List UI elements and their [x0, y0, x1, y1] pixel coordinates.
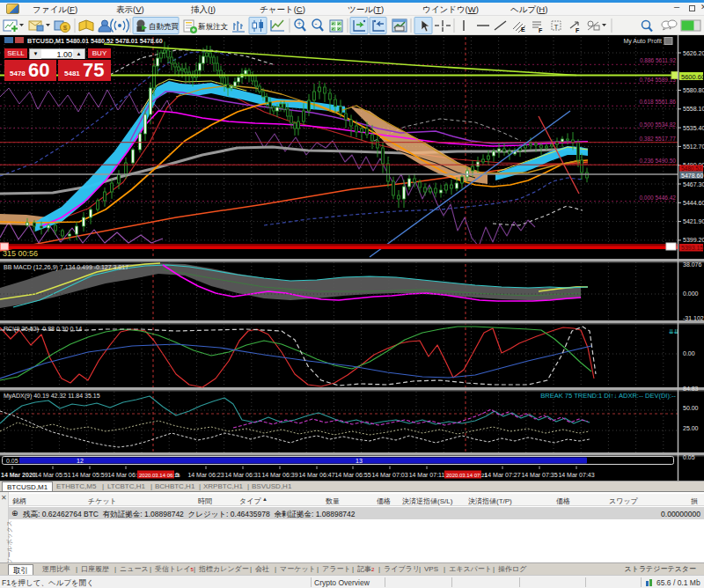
svg-text:5512.70: 5512.70 — [683, 143, 704, 150]
svg-text:13: 13 — [356, 458, 363, 464]
svg-text:14 Mar 06:39: 14 Mar 06:39 — [261, 472, 297, 478]
svg-text:50.00: 50.00 — [683, 405, 699, 411]
svg-text:5399.20: 5399.20 — [683, 237, 704, 243]
svg-text:5535.40: 5535.40 — [683, 125, 704, 131]
svg-text:F: F — [576, 26, 580, 33]
svg-text:BTCUSD,M1 5480.01 5480.52 5478: BTCUSD,M1 5480.01 5480.52 5478.01 5478.6… — [27, 37, 163, 45]
svg-text:2020.03.14 06:16: 2020.03.14 06:16 — [139, 473, 180, 478]
svg-text:14 Mar 06:47: 14 Mar 06:47 — [298, 472, 334, 478]
svg-text:新規注文: 新規注文 — [198, 21, 229, 30]
svg-text:0.886 5611.92: 0.886 5611.92 — [640, 57, 676, 63]
svg-text:25.00: 25.00 — [683, 425, 699, 431]
svg-text:-: - — [315, 19, 318, 28]
svg-text:14 Mar 07:35: 14 Mar 07:35 — [521, 472, 557, 478]
svg-text:5626.20: 5626.20 — [683, 50, 704, 56]
svg-text:14 Mar 06:23: 14 Mar 06:23 — [187, 472, 224, 478]
svg-text:5444.60: 5444.60 — [683, 200, 704, 206]
svg-text:84.83: 84.83 — [683, 386, 699, 392]
svg-text:14 Mar 06:31: 14 Mar 06:31 — [224, 472, 260, 478]
svg-text:RCI(9,26,52) -0.88 0.30 0.14: RCI(9,26,52) -0.88 0.30 0.14 — [4, 326, 82, 333]
svg-text:14 Mar 06:55: 14 Mar 06:55 — [334, 472, 370, 478]
svg-text:14 Mar 07:43: 14 Mar 07:43 — [558, 472, 594, 478]
svg-text:$: $ — [63, 24, 68, 32]
svg-text:14 Mar 07:27: 14 Mar 07:27 — [484, 472, 520, 478]
svg-text:14 Mar 07:03: 14 Mar 07:03 — [371, 472, 407, 478]
svg-text:0.000 5446.42: 0.000 5446.42 — [639, 195, 676, 201]
svg-text:5478.60: 5478.60 — [681, 173, 703, 179]
svg-text:0.382 5517.77: 0.382 5517.77 — [639, 136, 676, 142]
svg-text:14 Mar 2020: 14 Mar 2020 — [1, 472, 36, 478]
svg-text:0.236 5490.50: 0.236 5490.50 — [639, 158, 676, 164]
svg-text:0.764 5589.13: 0.764 5589.13 — [639, 77, 676, 83]
svg-text:0.05: 0.05 — [683, 454, 695, 460]
svg-text:E: E — [521, 26, 525, 33]
svg-text:14 Mar 07:11: 14 Mar 07:11 — [409, 472, 445, 478]
svg-text:14 Mar 05:59: 14 Mar 05:59 — [71, 472, 107, 478]
svg-text:12: 12 — [77, 458, 84, 464]
svg-text:38.076: 38.076 — [683, 261, 702, 268]
svg-text:0.00: 0.00 — [683, 350, 695, 356]
svg-text:5467.30: 5467.30 — [683, 181, 704, 187]
svg-text:0.05: 0.05 — [6, 458, 18, 464]
svg-text:0.000: 0.000 — [683, 290, 699, 297]
svg-text:5480.52: 5480.52 — [681, 165, 702, 172]
svg-text:5421.90: 5421.90 — [683, 218, 704, 224]
svg-text:BREAK 75 TREND:1 DI↑↓ ADXR:--: BREAK 75 TREND:1 DI↑↓ ADXR:-- DEV(DI):-- — [540, 392, 676, 400]
svg-text:5393.15: 5393.15 — [681, 245, 703, 251]
svg-text:5600.60: 5600.60 — [681, 73, 704, 81]
svg-text:2020.03.14 07:21: 2020.03.14 07:21 — [446, 473, 488, 478]
svg-text:F: F — [539, 26, 543, 33]
svg-text:14 Mar 05:51: 14 Mar 05:51 — [34, 472, 70, 478]
svg-text:自動売買: 自動売買 — [149, 21, 180, 30]
svg-text:0.500 5534.82: 0.500 5534.82 — [639, 121, 676, 128]
svg-text:315 00:56: 315 00:56 — [3, 249, 38, 258]
svg-text:5580.80: 5580.80 — [683, 87, 704, 93]
svg-text:T: T — [554, 22, 559, 30]
svg-text:MyADX(9) 40.19 42.32 11.84 35.: MyADX(9) 40.19 42.32 11.84 35.15 — [4, 393, 100, 400]
svg-text:BB MACD (12,26,9) 7.134 0.499: BB MACD (12,26,9) 7.134 0.499 -0.127 3.8… — [4, 264, 128, 271]
svg-text:5558.10: 5558.10 — [683, 106, 704, 112]
svg-text:0.618 5561.86: 0.618 5561.86 — [639, 99, 676, 105]
svg-text:-31.102: -31.102 — [683, 315, 704, 321]
svg-text:My Auto Profit: My Auto Profit — [623, 38, 662, 45]
svg-text:+: + — [297, 19, 302, 28]
